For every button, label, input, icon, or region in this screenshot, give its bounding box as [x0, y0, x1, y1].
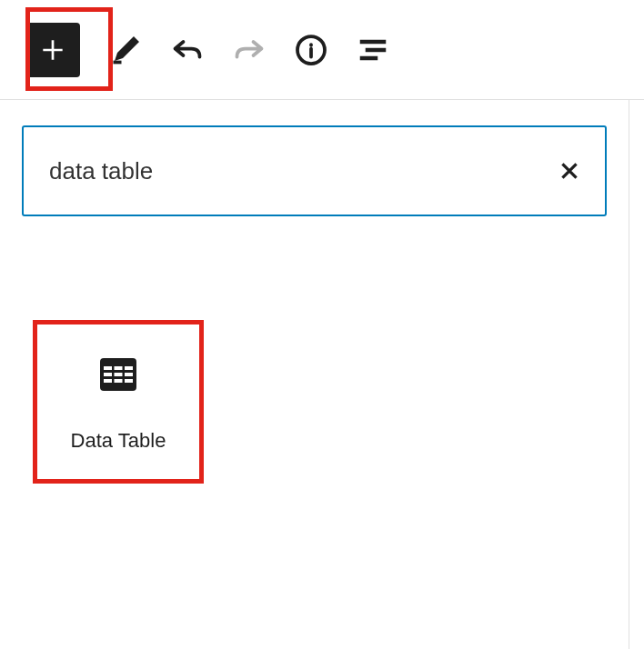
- block-item-label: Data Table: [71, 429, 166, 453]
- close-icon: [558, 159, 581, 183]
- redo-icon: [233, 34, 266, 66]
- data-table-icon: [96, 353, 140, 396]
- search-wrapper: [22, 125, 607, 216]
- info-icon: [295, 34, 327, 66]
- block-item-data-table[interactable]: Data Table: [33, 321, 204, 484]
- redo-button[interactable]: [233, 34, 266, 66]
- svg-rect-9: [125, 373, 133, 376]
- pencil-icon: [109, 34, 142, 66]
- plus-icon: [38, 35, 67, 65]
- svg-rect-10: [125, 379, 133, 383]
- clear-search-button[interactable]: [558, 159, 581, 183]
- outline-icon: [357, 34, 389, 66]
- svg-rect-4: [104, 379, 112, 383]
- svg-rect-2: [104, 366, 112, 370]
- outline-button[interactable]: [357, 34, 389, 66]
- info-button[interactable]: [295, 34, 327, 66]
- edit-button[interactable]: [109, 34, 142, 66]
- block-results: Data Table: [22, 321, 607, 484]
- editor-toolbar: [0, 0, 644, 100]
- inserter-panel: Data Table: [0, 100, 629, 649]
- svg-rect-5: [115, 366, 123, 370]
- add-block-button[interactable]: [25, 23, 80, 77]
- svg-rect-8: [125, 366, 133, 370]
- block-search-input[interactable]: [22, 125, 607, 216]
- svg-rect-6: [115, 373, 123, 376]
- undo-icon: [171, 34, 204, 66]
- svg-rect-3: [104, 373, 112, 376]
- undo-button[interactable]: [171, 34, 204, 66]
- svg-rect-7: [115, 379, 123, 383]
